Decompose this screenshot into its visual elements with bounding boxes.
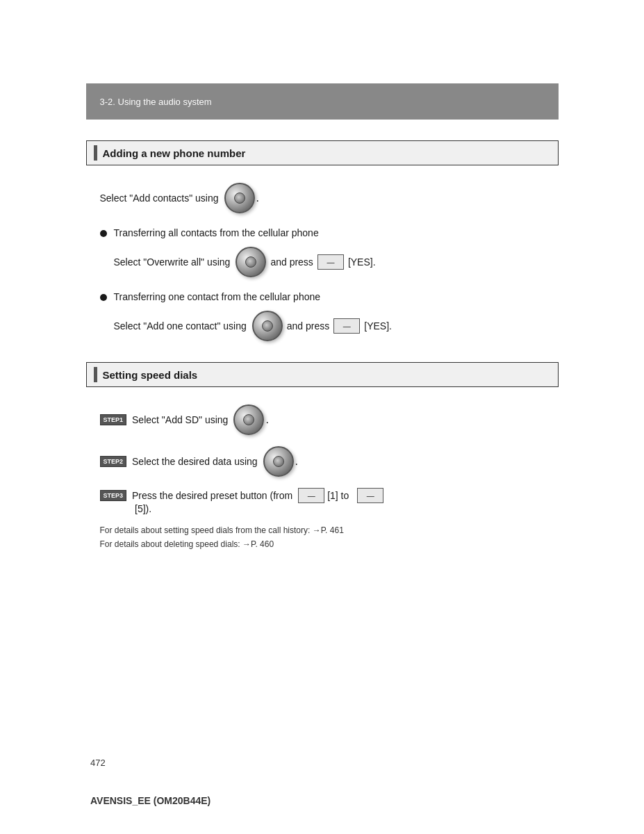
bullet-dot-1	[100, 230, 107, 237]
header-bar: 3-2. Using the audio system	[86, 83, 559, 120]
knob-icon-5	[263, 446, 294, 477]
knob-inner-3	[262, 320, 273, 332]
add-one-contact-line: Select "Add one contact" using and press…	[114, 311, 552, 341]
step-1-num: 1	[119, 416, 123, 423]
button-box-4: —	[357, 488, 383, 503]
button-box-3: —	[298, 488, 324, 503]
step-1-badge: STEP 1	[100, 414, 127, 425]
step-1-block: STEP 1 Select "Add SD" using .	[93, 404, 552, 435]
period-1: .	[256, 192, 259, 204]
step-3-badge: STEP 3	[100, 490, 127, 501]
knob-inner-1	[234, 193, 245, 204]
step-3-content: Press the desired preset button (from — …	[132, 488, 551, 514]
and-press-2: and press	[287, 320, 329, 332]
bullet-all-contacts: Transferring all contacts from the cellu…	[93, 227, 552, 238]
step-2-block: STEP 2 Select the desired data using .	[93, 446, 552, 477]
step-3-end: [5]).	[135, 503, 551, 514]
button-line-3: —	[308, 491, 315, 500]
knob-inner-2	[245, 256, 256, 268]
adding-phone-header: Adding a new phone number	[86, 140, 559, 165]
step-1-text: Select "Add SD" using	[132, 414, 228, 425]
speed-dials-content: STEP 1 Select "Add SD" using . STEP 2 Se…	[86, 404, 559, 549]
step-3-num: 3	[119, 492, 123, 499]
knob-inner-5	[273, 456, 284, 467]
step-2-text: Select the desired data using	[132, 456, 258, 467]
page-number: 472	[90, 758, 106, 768]
button-box-1: —	[317, 254, 344, 270]
overwrite-all-text: Select "Overwrite all" using	[114, 256, 231, 268]
overwrite-all-line: Select "Overwrite all" using and press —…	[114, 247, 552, 277]
add-contacts-text: Select "Add contacts" using	[100, 193, 219, 204]
period-3: .	[295, 455, 298, 468]
header-accent-bar-2	[94, 367, 97, 382]
button-line-4: —	[367, 491, 374, 500]
knob-icon-3	[252, 311, 283, 341]
step-3-text: Press the desired preset button (from	[132, 490, 292, 501]
bullet-text-1: Transferring all contacts from the cellu…	[114, 227, 319, 238]
add-contacts-line: Select "Add contacts" using .	[93, 183, 552, 213]
button-line-2: —	[343, 322, 351, 330]
yes-text-2: [YES].	[364, 320, 392, 332]
and-press-1: and press	[270, 256, 313, 268]
step-2-badge: STEP 2	[100, 456, 127, 467]
knob-icon-4	[233, 404, 264, 435]
footer-text: AVENSIS_EE (OM20B44E)	[90, 795, 210, 806]
period-2: .	[265, 414, 268, 426]
step-3-mid: [1] to	[327, 490, 349, 501]
adding-phone-title: Adding a new phone number	[103, 147, 246, 159]
knob-inner-4	[243, 414, 254, 425]
speed-dials-title: Setting speed dials	[103, 369, 198, 381]
step-3-block: STEP 3 Press the desired preset button (…	[93, 488, 552, 514]
knob-icon-2	[236, 247, 266, 277]
button-box-2: —	[333, 318, 360, 334]
main-content: Adding a new phone number Select "Add co…	[86, 120, 559, 605]
footnote-2: For details about deleting speed dials: …	[93, 539, 552, 549]
bullet-text-2: Transferring one contact from the cellul…	[114, 291, 321, 302]
footnote-1: For details about setting speed dials fr…	[93, 525, 552, 535]
knob-icon-1	[224, 183, 255, 213]
adding-phone-content: Select "Add contacts" using . Transferri…	[86, 183, 559, 341]
button-line-1: —	[327, 258, 334, 266]
yes-text-1: [YES].	[348, 256, 376, 268]
add-one-contact-text: Select "Add one contact" using	[114, 320, 247, 332]
bullet-one-contact: Transferring one contact from the cellul…	[93, 291, 552, 302]
header-accent-bar	[94, 145, 97, 161]
section-label: 3-2. Using the audio system	[100, 97, 212, 107]
step-2-num: 2	[119, 458, 123, 465]
speed-dials-header: Setting speed dials	[86, 362, 559, 387]
bullet-dot-2	[100, 294, 107, 301]
